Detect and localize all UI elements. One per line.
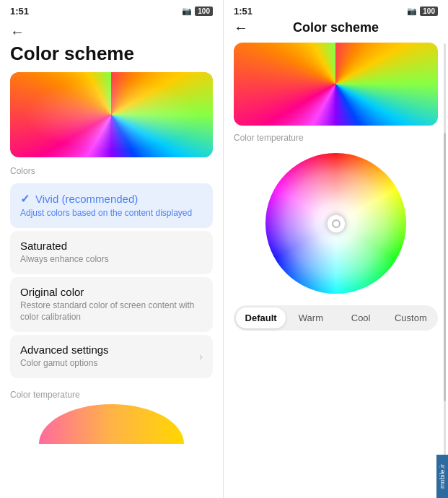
battery-icon-right: 100	[420, 6, 438, 16]
option-original-desc: Restore standard color of screen content…	[20, 300, 203, 324]
pencils-visual-right	[234, 43, 438, 126]
option-original-title: Original color	[20, 286, 203, 298]
temp-btn-warm[interactable]: Warm	[286, 307, 335, 328]
option-vivid[interactable]: ✓ Vivid (recommended) Adjust colors base…	[10, 183, 213, 228]
option-saturated-desc: Always enhance colors	[20, 253, 203, 266]
color-temp-label-right: Color temperature	[224, 126, 448, 147]
back-button-left[interactable]: ←	[0, 20, 223, 41]
temp-btn-cool[interactable]: Cool	[336, 307, 386, 328]
chevron-right-icon: ›	[199, 351, 203, 362]
color-temp-preview	[39, 404, 184, 444]
hero-image-right	[234, 43, 438, 126]
camera-icon-left: 📷	[182, 6, 192, 16]
scrollbar-right[interactable]	[444, 43, 446, 491]
page-title-left: Color scheme	[0, 41, 223, 72]
back-button-right[interactable]: ←	[234, 19, 248, 36]
color-wheel-dot	[332, 219, 341, 228]
time-right: 1:51	[234, 6, 252, 17]
temp-buttons-group: Default Warm Cool Custom	[234, 305, 438, 331]
page-title-right: Color scheme	[293, 20, 379, 35]
option-original[interactable]: Original color Restore standard color of…	[10, 277, 213, 333]
back-arrow-right: ←	[234, 19, 248, 35]
time-left: 1:51	[10, 6, 29, 17]
option-saturated-title: Saturated	[20, 240, 203, 252]
status-icons-right: 📷 100	[407, 6, 438, 16]
option-vivid-title: ✓ Vivid (recommended)	[20, 192, 203, 206]
battery-icon-left: 100	[195, 6, 213, 16]
color-temp-section-left: Color temperature	[0, 381, 223, 444]
scrollbar-thumb-right	[444, 133, 446, 401]
left-panel: 1:51 📷 100 ← Color scheme Colors ✓ Vivid…	[0, 0, 224, 498]
camera-icon-right: 📷	[407, 6, 417, 16]
option-advanced-desc: Color gamut options	[20, 357, 203, 370]
status-icons-left: 📷 100	[182, 6, 213, 16]
checkmark-icon: ✓	[20, 192, 30, 206]
option-vivid-desc: Adjust colors based on the content displ…	[20, 207, 203, 219]
temp-btn-custom[interactable]: Custom	[386, 307, 436, 328]
watermark: mobile.ir	[436, 455, 448, 498]
temp-btn-default[interactable]: Default	[236, 307, 286, 328]
color-wheel-center	[326, 214, 346, 234]
color-temp-label-left: Color temperature	[10, 390, 213, 400]
option-advanced[interactable]: Advanced settings Color gamut options ›	[10, 335, 213, 378]
right-header: ← Color scheme	[224, 20, 448, 43]
status-bar-left: 1:51 📷 100	[0, 0, 223, 20]
right-panel: 1:51 📷 100 ← Color scheme Color temperat…	[224, 0, 448, 498]
color-wheel-container	[224, 147, 448, 300]
status-bar-right: 1:51 📷 100	[224, 0, 448, 20]
color-wheel	[265, 153, 406, 294]
option-advanced-title: Advanced settings	[20, 344, 203, 356]
hero-image-left	[10, 72, 213, 157]
back-arrow-left: ←	[10, 24, 25, 40]
pencils-visual-left	[10, 72, 213, 157]
option-saturated[interactable]: Saturated Always enhance colors	[10, 231, 213, 274]
colors-section-label: Colors	[0, 157, 223, 180]
